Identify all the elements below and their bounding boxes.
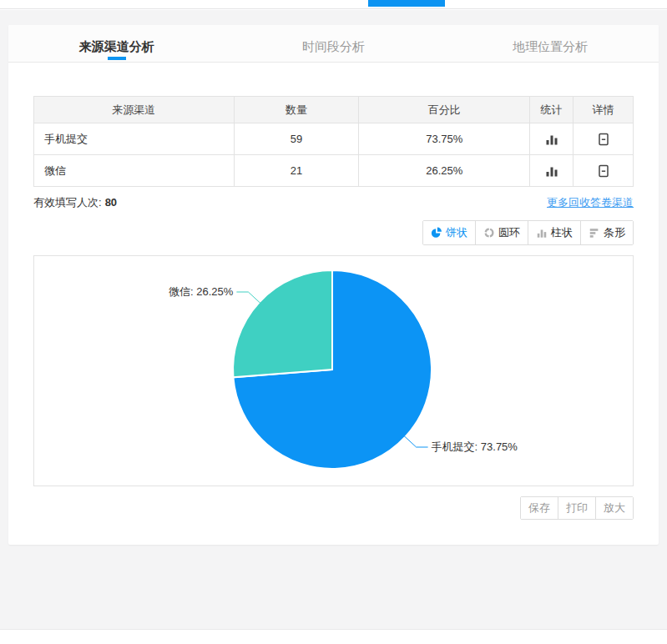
analysis-tabbar: 来源渠道分析 时间段分析 地理位置分析 bbox=[8, 25, 659, 63]
bar-chart-icon bbox=[589, 227, 600, 239]
tab-label: 地理位置分析 bbox=[513, 39, 588, 55]
cell-percent: 26.25% bbox=[359, 155, 530, 187]
valid-responses-label: 有效填写人次: bbox=[33, 196, 102, 209]
col-header-channel: 来源渠道 bbox=[34, 97, 235, 123]
stats-bar-chart-icon[interactable] bbox=[543, 162, 561, 180]
valid-responses-value: 80 bbox=[105, 196, 117, 209]
cell-count: 21 bbox=[234, 155, 359, 187]
chart-type-label: 饼状 bbox=[446, 225, 467, 240]
chart-type-column-button[interactable]: 柱状 bbox=[528, 221, 580, 244]
label-line bbox=[236, 292, 260, 304]
chart-type-group: 饼状 圆环 柱状 条形 bbox=[422, 220, 634, 245]
browser-tab-indicator[interactable] bbox=[368, 0, 445, 7]
save-button[interactable]: 保存 bbox=[521, 497, 558, 519]
pie-slice-label: 微信: 26.25% bbox=[169, 285, 234, 298]
chart-type-pie-button[interactable]: 饼状 bbox=[423, 221, 475, 244]
chart-action-group: 保存 打印 放大 bbox=[520, 496, 634, 520]
cell-percent: 73.75% bbox=[359, 123, 530, 155]
detail-document-icon[interactable] bbox=[594, 162, 613, 180]
cell-count: 59 bbox=[234, 123, 359, 155]
tab-label: 来源渠道分析 bbox=[79, 39, 154, 55]
chart-type-donut-button[interactable]: 圆环 bbox=[475, 221, 528, 244]
pie-chart-icon bbox=[431, 227, 442, 239]
print-button[interactable]: 打印 bbox=[558, 497, 595, 519]
column-chart-icon bbox=[536, 227, 548, 239]
cell-channel: 手机提交 bbox=[34, 123, 235, 155]
table-row: 手机提交 59 73.75% bbox=[34, 123, 634, 155]
valid-responses: 有效填写人次:80 bbox=[33, 195, 117, 210]
more-channels-link[interactable]: 更多回收答卷渠道 bbox=[547, 195, 634, 210]
pie-chart-container: 手机提交: 73.75%微信: 26.25% bbox=[33, 255, 634, 486]
tab-source-channel[interactable]: 来源渠道分析 bbox=[8, 25, 225, 62]
tab-time-period[interactable]: 时间段分析 bbox=[225, 25, 442, 62]
chart-type-label: 圆环 bbox=[498, 225, 520, 240]
tab-geo-location[interactable]: 地理位置分析 bbox=[442, 25, 659, 62]
chart-toolbar-row: 饼状 圆环 柱状 条形 bbox=[33, 220, 634, 245]
summary-row: 有效填写人次:80 更多回收答卷渠道 bbox=[33, 195, 634, 210]
pie-slice-label: 手机提交: 73.75% bbox=[432, 440, 518, 453]
label-line bbox=[404, 435, 428, 447]
channel-stats-table: 来源渠道 数量 百分比 统计 详情 手机提交 59 73.75% bbox=[33, 96, 634, 187]
zoom-button[interactable]: 放大 bbox=[595, 497, 633, 519]
stats-bar-chart-icon[interactable] bbox=[543, 130, 561, 148]
cell-channel: 微信 bbox=[34, 155, 235, 187]
chart-type-bar-button[interactable]: 条形 bbox=[580, 221, 633, 244]
col-header-detail: 详情 bbox=[574, 97, 634, 123]
browser-strip bbox=[0, 0, 667, 9]
active-tab-underline bbox=[108, 57, 126, 60]
screen: 来源渠道分析 时间段分析 地理位置分析 来源渠道 数量 百分比 bbox=[0, 0, 667, 644]
chart-type-label: 条形 bbox=[604, 225, 625, 240]
table-row: 微信 21 26.25% bbox=[34, 155, 634, 187]
pie-slice-微信 bbox=[233, 270, 332, 377]
footer-actions: 保存 打印 放大 bbox=[33, 496, 634, 520]
donut-chart-icon bbox=[483, 227, 495, 239]
analysis-card: 来源渠道分析 时间段分析 地理位置分析 来源渠道 数量 百分比 bbox=[8, 25, 659, 545]
pie-chart[interactable]: 手机提交: 73.75%微信: 26.25% bbox=[34, 256, 633, 486]
tab-label: 时间段分析 bbox=[302, 39, 365, 55]
chart-type-label: 柱状 bbox=[551, 225, 573, 240]
col-header-stats: 统计 bbox=[530, 97, 574, 123]
table-header-row: 来源渠道 数量 百分比 统计 详情 bbox=[34, 97, 634, 123]
card-content: 来源渠道 数量 百分比 统计 详情 手机提交 59 73.75% bbox=[8, 96, 659, 520]
col-header-percent: 百分比 bbox=[359, 97, 530, 123]
detail-document-icon[interactable] bbox=[594, 130, 613, 148]
col-header-count: 数量 bbox=[234, 97, 359, 123]
